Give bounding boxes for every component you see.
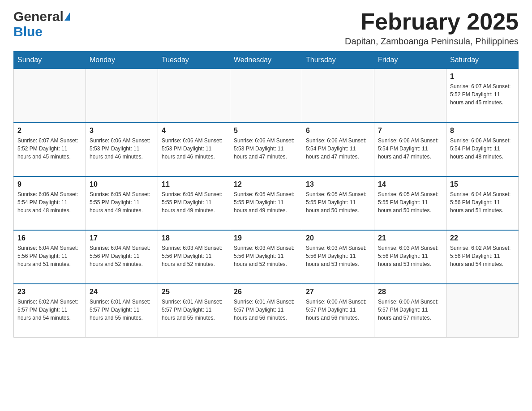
calendar-week-row: 16Sunrise: 6:04 AM Sunset: 5:56 PM Dayli… [14, 230, 519, 284]
day-number: 10 [90, 180, 154, 188]
days-of-week-row: Sunday Monday Tuesday Wednesday Thursday… [14, 51, 519, 69]
day-info: Sunrise: 6:05 AM Sunset: 5:55 PM Dayligh… [234, 190, 298, 214]
day-number: 6 [306, 127, 370, 135]
day-info: Sunrise: 6:06 AM Sunset: 5:54 PM Dayligh… [17, 190, 82, 214]
day-number: 25 [162, 288, 226, 296]
day-number: 3 [90, 127, 154, 135]
calendar-day: 3Sunrise: 6:06 AM Sunset: 5:53 PM Daylig… [86, 123, 158, 176]
day-info: Sunrise: 6:07 AM Sunset: 5:52 PM Dayligh… [450, 82, 515, 107]
calendar-day: 21Sunrise: 6:03 AM Sunset: 5:56 PM Dayli… [374, 230, 446, 284]
day-number: 18 [162, 234, 226, 242]
day-info: Sunrise: 6:00 AM Sunset: 5:57 PM Dayligh… [378, 298, 442, 322]
calendar-day [302, 69, 374, 123]
calendar-day: 13Sunrise: 6:05 AM Sunset: 5:55 PM Dayli… [302, 176, 374, 230]
month-year-title: February 2025 [345, 9, 519, 34]
location-subtitle: Dapitan, Zamboanga Peninsula, Philippine… [345, 36, 519, 47]
day-number: 9 [17, 180, 82, 188]
col-thursday: Thursday [302, 51, 374, 69]
col-saturday: Saturday [446, 51, 519, 69]
calendar-day: 11Sunrise: 6:05 AM Sunset: 5:55 PM Dayli… [158, 176, 230, 230]
calendar-day: 25Sunrise: 6:01 AM Sunset: 5:57 PM Dayli… [158, 284, 230, 338]
calendar-day [14, 69, 86, 123]
calendar-day [230, 69, 302, 123]
day-number: 28 [378, 288, 442, 296]
day-info: Sunrise: 6:06 AM Sunset: 5:54 PM Dayligh… [378, 137, 442, 161]
day-number: 21 [378, 234, 442, 242]
day-info: Sunrise: 6:06 AM Sunset: 5:54 PM Dayligh… [306, 137, 370, 161]
col-sunday: Sunday [14, 51, 86, 69]
calendar-day: 14Sunrise: 6:05 AM Sunset: 5:55 PM Dayli… [374, 176, 446, 230]
calendar-day [446, 284, 519, 338]
day-number: 11 [162, 180, 226, 188]
day-number: 16 [17, 234, 82, 242]
day-number: 17 [90, 234, 154, 242]
day-info: Sunrise: 6:04 AM Sunset: 5:56 PM Dayligh… [450, 190, 515, 214]
day-number: 13 [306, 180, 370, 188]
day-info: Sunrise: 6:03 AM Sunset: 5:56 PM Dayligh… [162, 244, 226, 268]
page-header: General Blue February 2025 Dapitan, Zamb… [13, 9, 519, 47]
col-monday: Monday [86, 51, 158, 69]
calendar-day: 18Sunrise: 6:03 AM Sunset: 5:56 PM Dayli… [158, 230, 230, 284]
day-number: 1 [450, 73, 515, 81]
day-info: Sunrise: 6:02 AM Sunset: 5:57 PM Dayligh… [17, 298, 82, 322]
calendar-day: 8Sunrise: 6:06 AM Sunset: 5:54 PM Daylig… [446, 123, 519, 176]
day-info: Sunrise: 6:03 AM Sunset: 5:56 PM Dayligh… [234, 244, 298, 268]
day-info: Sunrise: 6:00 AM Sunset: 5:57 PM Dayligh… [306, 298, 370, 322]
calendar-day [158, 69, 230, 123]
day-info: Sunrise: 6:06 AM Sunset: 5:54 PM Dayligh… [450, 137, 515, 161]
col-tuesday: Tuesday [158, 51, 230, 69]
calendar-day: 22Sunrise: 6:02 AM Sunset: 5:56 PM Dayli… [446, 230, 519, 284]
calendar-week-row: 9Sunrise: 6:06 AM Sunset: 5:54 PM Daylig… [14, 176, 519, 230]
logo-general: General [13, 9, 64, 24]
day-info: Sunrise: 6:07 AM Sunset: 5:52 PM Dayligh… [17, 137, 82, 161]
logo: General Blue [13, 9, 70, 39]
calendar-day: 12Sunrise: 6:05 AM Sunset: 5:55 PM Dayli… [230, 176, 302, 230]
calendar-week-row: 23Sunrise: 6:02 AM Sunset: 5:57 PM Dayli… [14, 284, 519, 338]
calendar-day: 2Sunrise: 6:07 AM Sunset: 5:52 PM Daylig… [14, 123, 86, 176]
day-info: Sunrise: 6:05 AM Sunset: 5:55 PM Dayligh… [162, 190, 226, 214]
day-number: 19 [234, 234, 298, 242]
calendar-week-row: 2Sunrise: 6:07 AM Sunset: 5:52 PM Daylig… [14, 123, 519, 176]
calendar-day: 24Sunrise: 6:01 AM Sunset: 5:57 PM Dayli… [86, 284, 158, 338]
calendar-day: 7Sunrise: 6:06 AM Sunset: 5:54 PM Daylig… [374, 123, 446, 176]
col-wednesday: Wednesday [230, 51, 302, 69]
day-info: Sunrise: 6:01 AM Sunset: 5:57 PM Dayligh… [90, 298, 154, 322]
day-info: Sunrise: 6:04 AM Sunset: 5:56 PM Dayligh… [17, 244, 82, 268]
calendar-day: 4Sunrise: 6:06 AM Sunset: 5:53 PM Daylig… [158, 123, 230, 176]
calendar-day: 23Sunrise: 6:02 AM Sunset: 5:57 PM Dayli… [14, 284, 86, 338]
day-number: 23 [17, 288, 82, 296]
calendar-week-row: 1Sunrise: 6:07 AM Sunset: 5:52 PM Daylig… [14, 69, 519, 123]
logo-triangle-icon [64, 13, 70, 21]
day-info: Sunrise: 6:03 AM Sunset: 5:56 PM Dayligh… [378, 244, 442, 268]
calendar-day: 5Sunrise: 6:06 AM Sunset: 5:53 PM Daylig… [230, 123, 302, 176]
calendar-day: 10Sunrise: 6:05 AM Sunset: 5:55 PM Dayli… [86, 176, 158, 230]
day-info: Sunrise: 6:05 AM Sunset: 5:55 PM Dayligh… [90, 190, 154, 214]
title-area: February 2025 Dapitan, Zamboanga Peninsu… [345, 9, 519, 47]
calendar-day [374, 69, 446, 123]
calendar-day: 6Sunrise: 6:06 AM Sunset: 5:54 PM Daylig… [302, 123, 374, 176]
logo-blue: Blue [13, 24, 43, 39]
day-info: Sunrise: 6:02 AM Sunset: 5:56 PM Dayligh… [450, 244, 515, 268]
day-info: Sunrise: 6:01 AM Sunset: 5:57 PM Dayligh… [162, 298, 226, 322]
day-number: 24 [90, 288, 154, 296]
day-number: 22 [450, 234, 515, 242]
day-number: 15 [450, 180, 515, 188]
day-info: Sunrise: 6:05 AM Sunset: 5:55 PM Dayligh… [306, 190, 370, 214]
day-number: 27 [306, 288, 370, 296]
day-number: 12 [234, 180, 298, 188]
day-info: Sunrise: 6:05 AM Sunset: 5:55 PM Dayligh… [378, 190, 442, 214]
day-number: 26 [234, 288, 298, 296]
calendar-day: 20Sunrise: 6:03 AM Sunset: 5:56 PM Dayli… [302, 230, 374, 284]
day-info: Sunrise: 6:04 AM Sunset: 5:56 PM Dayligh… [90, 244, 154, 268]
day-number: 8 [450, 127, 515, 135]
calendar-day: 27Sunrise: 6:00 AM Sunset: 5:57 PM Dayli… [302, 284, 374, 338]
calendar-day: 19Sunrise: 6:03 AM Sunset: 5:56 PM Dayli… [230, 230, 302, 284]
day-number: 4 [162, 127, 226, 135]
calendar-day: 9Sunrise: 6:06 AM Sunset: 5:54 PM Daylig… [14, 176, 86, 230]
calendar-table: Sunday Monday Tuesday Wednesday Thursday… [13, 51, 519, 338]
calendar-day [86, 69, 158, 123]
col-friday: Friday [374, 51, 446, 69]
calendar-day: 15Sunrise: 6:04 AM Sunset: 5:56 PM Dayli… [446, 176, 519, 230]
calendar-day: 1Sunrise: 6:07 AM Sunset: 5:52 PM Daylig… [446, 69, 519, 123]
day-number: 20 [306, 234, 370, 242]
